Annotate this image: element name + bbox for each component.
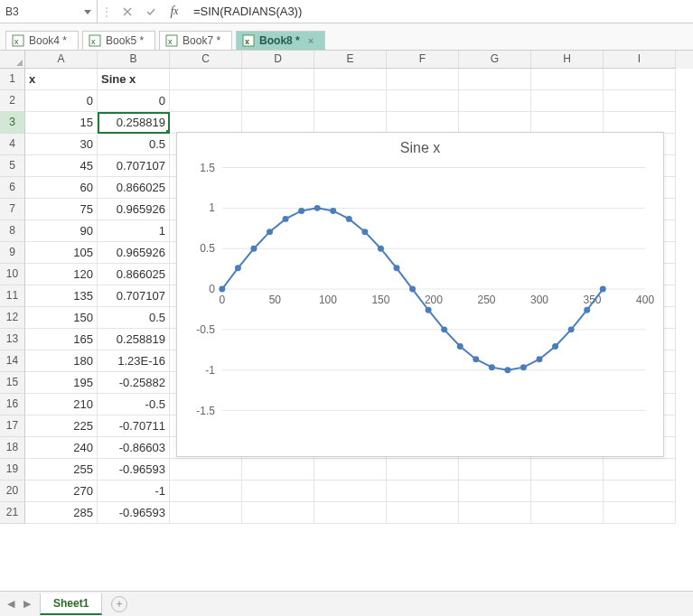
cell[interactable]: 255 [25, 459, 98, 481]
row-header[interactable]: 8 [0, 220, 25, 242]
fx-icon[interactable]: fx [163, 0, 186, 23]
cell[interactable] [604, 481, 676, 502]
cell[interactable]: 0.965926 [98, 199, 170, 220]
workbook-tab[interactable]: xBook4 * [5, 31, 79, 50]
cell[interactable] [387, 502, 459, 524]
cell[interactable]: -1 [98, 481, 170, 502]
cell[interactable]: 195 [25, 372, 98, 394]
cell[interactable]: 0.707107 [98, 155, 170, 177]
cell[interactable] [604, 69, 676, 90]
cell[interactable] [242, 502, 314, 524]
cell[interactable]: 240 [25, 437, 98, 459]
cell[interactable]: 30 [25, 134, 98, 155]
cell[interactable] [314, 481, 387, 502]
cell[interactable] [459, 112, 531, 134]
cell[interactable]: 1.23E-16 [98, 350, 170, 372]
cell[interactable]: 0.866025 [98, 264, 170, 285]
cell[interactable] [531, 112, 604, 134]
cell[interactable] [531, 481, 604, 502]
cell[interactable]: 15 [25, 112, 98, 134]
cell[interactable] [604, 90, 676, 112]
cell[interactable] [459, 90, 531, 112]
add-sheet-button[interactable]: ＋ [111, 596, 127, 612]
row-header[interactable]: 14 [0, 350, 25, 372]
cell[interactable] [170, 502, 242, 524]
cell[interactable]: 90 [25, 220, 98, 242]
row-header[interactable]: 1 [0, 69, 25, 90]
row-header[interactable]: 6 [0, 177, 25, 199]
cell[interactable] [314, 90, 387, 112]
cell[interactable] [459, 502, 531, 524]
cell[interactable]: 60 [25, 177, 98, 199]
row-header[interactable]: 15 [0, 372, 25, 394]
cell[interactable]: Sine x [98, 69, 170, 90]
column-header[interactable]: D [242, 51, 314, 69]
cell[interactable]: 75 [25, 199, 98, 220]
cell[interactable] [170, 481, 242, 502]
cell[interactable] [531, 90, 604, 112]
cell[interactable]: 45 [25, 155, 98, 177]
column-header[interactable]: F [387, 51, 459, 69]
sheet-nav-next[interactable]: ▶ [23, 598, 31, 610]
row-header[interactable]: 9 [0, 242, 25, 264]
cell[interactable] [314, 459, 387, 481]
cell[interactable]: -0.96593 [98, 502, 170, 524]
cell[interactable]: 120 [25, 264, 98, 285]
cell[interactable]: 210 [25, 394, 98, 415]
cell[interactable] [170, 459, 242, 481]
column-header[interactable]: H [531, 51, 604, 69]
cell[interactable] [242, 112, 314, 134]
chart-object[interactable]: Sine x -1.5-1-0.500.511.5050100150200250… [176, 132, 664, 457]
cell[interactable]: -0.70711 [98, 415, 170, 437]
cell[interactable]: 180 [25, 350, 98, 372]
row-header[interactable]: 16 [0, 394, 25, 415]
cell[interactable] [242, 90, 314, 112]
cell[interactable] [459, 69, 531, 90]
cell[interactable] [531, 459, 604, 481]
column-header[interactable]: C [170, 51, 242, 69]
cell[interactable]: -0.5 [98, 394, 170, 415]
cell[interactable] [242, 69, 314, 90]
workbook-tab[interactable]: xBook8 *× [236, 31, 325, 50]
row-header[interactable]: 7 [0, 199, 25, 220]
cell[interactable]: 0.707107 [98, 285, 170, 307]
column-header[interactable]: E [314, 51, 387, 69]
cell[interactable]: 0.866025 [98, 177, 170, 199]
cell[interactable] [531, 69, 604, 90]
cell[interactable]: 105 [25, 242, 98, 264]
column-header[interactable]: I [604, 51, 676, 69]
cell[interactable]: 135 [25, 285, 98, 307]
row-header[interactable]: 12 [0, 307, 25, 329]
row-header[interactable]: 18 [0, 437, 25, 459]
cell[interactable] [387, 459, 459, 481]
cell[interactable]: 150 [25, 307, 98, 329]
cell[interactable] [387, 90, 459, 112]
cell[interactable]: 0 [98, 90, 170, 112]
cell[interactable]: x [25, 69, 98, 90]
cell[interactable] [387, 112, 459, 134]
row-header[interactable]: 17 [0, 415, 25, 437]
cell[interactable] [170, 112, 242, 134]
cell[interactable] [604, 502, 676, 524]
cell[interactable] [531, 502, 604, 524]
cell[interactable]: -0.86603 [98, 437, 170, 459]
cell[interactable]: 0.5 [98, 134, 170, 155]
cell[interactable] [604, 459, 676, 481]
cell[interactable] [604, 112, 676, 134]
row-header[interactable]: 20 [0, 481, 25, 502]
row-header[interactable]: 21 [0, 502, 25, 524]
cell[interactable] [170, 69, 242, 90]
cell[interactable] [387, 481, 459, 502]
cell[interactable] [314, 502, 387, 524]
cell[interactable] [170, 90, 242, 112]
cell[interactable]: 1 [98, 220, 170, 242]
row-header[interactable]: 3 [0, 112, 25, 134]
cancel-formula-button[interactable] [116, 0, 139, 23]
cell[interactable]: 0.5 [98, 307, 170, 329]
cell[interactable] [459, 481, 531, 502]
accept-formula-button[interactable] [139, 0, 163, 23]
cell[interactable]: 165 [25, 329, 98, 350]
column-header[interactable]: G [459, 51, 531, 69]
row-header[interactable]: 5 [0, 155, 25, 177]
formula-input[interactable] [186, 0, 693, 23]
